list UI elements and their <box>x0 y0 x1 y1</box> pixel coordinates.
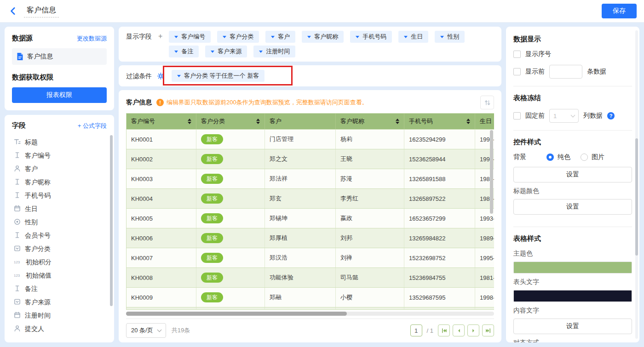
display-field-chip[interactable]: 注册时间 <box>253 46 295 57</box>
display-field-chip[interactable]: 客户 <box>265 31 295 43</box>
display-field-chip[interactable]: 客户来源 <box>205 46 247 57</box>
field-label: 初始储值 <box>26 272 52 280</box>
field-item-customer[interactable]: 客户 <box>12 162 107 176</box>
display-field-chip[interactable]: 生日 <box>398 31 428 43</box>
datasource-item[interactable]: 客户信息 <box>12 48 107 65</box>
cell-birthday: 1989-11 <box>475 228 494 248</box>
display-field-chip[interactable]: 客户编号 <box>169 31 211 43</box>
cell-phone: 13529687595 <box>404 288 475 307</box>
table-row[interactable]: KH0001 新客 门店管理 杨莉 16235294299 1998-05 <box>126 129 494 149</box>
display-field-chip[interactable]: 手机号码 <box>350 31 392 43</box>
next-page-button[interactable] <box>467 324 479 336</box>
field-item-init-value[interactable]: 123 初始储值 <box>12 269 107 282</box>
display-field-chip[interactable]: 客户分类 <box>217 31 259 43</box>
cell-customer: 功能体验 <box>265 268 336 287</box>
save-button[interactable]: 保存 <box>602 4 637 18</box>
solid-color-radio-option[interactable]: 纯色 <box>546 153 570 161</box>
category-badge: 新客 <box>201 174 223 184</box>
table-row[interactable]: KH0007 新客 郑汉浩 刘禅 15232698752 1995-01 <box>126 248 494 267</box>
cell-nickname: 嬴政 <box>336 209 404 228</box>
column-header-category[interactable]: 客户分类 <box>196 114 265 129</box>
add-display-field-button[interactable]: + <box>156 31 164 57</box>
category-badge: 新客 <box>201 213 223 223</box>
custom-sort-button[interactable] <box>480 96 494 109</box>
row-limit-input[interactable] <box>549 65 582 79</box>
filter-condition-chip[interactable]: 客户分类 等于任意一个 新客 <box>172 70 264 82</box>
field-item-nickname[interactable]: 客户昵称 <box>12 176 107 189</box>
page-number-input[interactable]: 1 <box>410 324 422 336</box>
field-item-submitter[interactable]: 提交人 <box>12 322 107 336</box>
table-vertical-scrollbar[interactable] <box>490 130 493 214</box>
table-row[interactable]: KH0006 新客 郑厚植 刘邦 13265984822 1989-11 <box>126 228 494 248</box>
first-page-button[interactable] <box>438 324 450 336</box>
column-header-nickname[interactable]: 客户昵称 <box>336 114 404 129</box>
back-icon[interactable] <box>9 7 17 15</box>
add-formula-field-link[interactable]: + 公式字段 <box>78 122 107 130</box>
field-item-init-points[interactable]: 123 初始积分 <box>12 256 107 269</box>
column-header-customer[interactable]: 客户 <box>265 114 336 129</box>
gear-icon[interactable] <box>157 73 164 80</box>
field-item-customer-id[interactable]: 客户编号 <box>12 149 107 162</box>
background-set-button[interactable]: 设置 <box>513 167 632 182</box>
table-row[interactable]: KH0005 新客 郑锡坤 嬴政 16523657299 1993-08 <box>126 208 494 228</box>
field-item-title[interactable]: 标题 <box>12 136 107 149</box>
field-item-register-time[interactable]: 注册时间 <box>12 309 107 322</box>
field-item-category[interactable]: 客户分类 <box>12 242 107 256</box>
table-row[interactable]: KH0009 新客 郑融 小樱 13529687595 1998-05 <box>126 287 494 307</box>
radio-selected-icon[interactable] <box>546 154 554 161</box>
change-datasource-link[interactable]: 更改数据源 <box>77 34 107 43</box>
fields-scrollbar[interactable] <box>110 135 113 306</box>
display-field-chip[interactable]: 性别 <box>435 31 465 43</box>
image-radio-option[interactable]: 图片 <box>581 153 604 161</box>
header-text-color-swatch[interactable] <box>513 290 632 302</box>
cell-nickname: 小樱 <box>336 288 404 307</box>
cell-customer-id: KH0001 <box>126 130 196 149</box>
field-item-phone[interactable]: 手机号码 <box>12 189 107 202</box>
data-display-title: 数据显示 <box>513 35 632 44</box>
freeze-count-select[interactable]: 1 <box>549 109 579 123</box>
sort-carets-icon[interactable] <box>256 119 260 124</box>
field-item-birthday[interactable]: 生日 <box>12 202 107 216</box>
background-label: 背景 <box>513 153 546 161</box>
column-header-phone[interactable]: 手机号码 <box>404 114 475 129</box>
report-permission-button[interactable]: 报表权限 <box>12 87 107 103</box>
cell-customer: 郑法祥 <box>265 169 336 188</box>
field-item-remark[interactable]: 备注 <box>12 282 107 296</box>
cell-customer-id: KH0007 <box>126 248 196 267</box>
help-icon[interactable]: ? <box>607 112 615 119</box>
content-text-set-button[interactable]: 设置 <box>513 319 632 334</box>
sort-carets-icon[interactable] <box>396 119 399 124</box>
last-page-button[interactable] <box>482 324 494 336</box>
field-label: 提交人 <box>25 325 44 333</box>
field-item-gender[interactable]: 性别 <box>12 216 107 229</box>
table-row-partial[interactable]: 新客 <box>126 307 494 310</box>
freeze-columns-checkbox[interactable] <box>513 112 521 119</box>
page-size-select[interactable]: 20 条/页 <box>126 323 166 338</box>
cell-birthday <box>475 307 494 310</box>
table-row[interactable]: KH0004 新客 郑玄 李秀红 13265897522 1981-06 <box>126 188 494 208</box>
show-first-checkbox[interactable] <box>513 68 521 75</box>
cell-customer-id: KH0006 <box>126 228 196 248</box>
radio-unselected-icon[interactable] <box>581 154 588 161</box>
theme-color-swatch[interactable] <box>513 262 632 273</box>
page-title[interactable]: 客户信息 <box>24 5 59 17</box>
scrollbar-thumb[interactable] <box>126 312 347 316</box>
previous-page-button[interactable] <box>453 324 465 336</box>
table-row[interactable]: KH0008 新客 功能体验 司马懿 15236984755 1981-06 <box>126 267 494 287</box>
field-item-member-card[interactable]: 会员卡号 <box>12 229 107 242</box>
show-index-checkbox[interactable] <box>513 51 521 58</box>
field-item-source[interactable]: 客户来源 <box>12 296 107 309</box>
display-field-chip[interactable]: 客户昵称 <box>302 31 344 43</box>
sort-carets-icon[interactable] <box>466 119 470 124</box>
column-header-customer-id[interactable]: 客户编号 <box>126 114 196 129</box>
sort-carets-icon[interactable] <box>188 119 191 124</box>
column-header-birthday[interactable]: 生日 <box>475 114 494 129</box>
fields-title: 字段 <box>12 121 26 130</box>
svg-text:123: 123 <box>14 273 20 277</box>
title-color-set-button[interactable]: 设置 <box>513 199 632 215</box>
table-horizontal-scrollbar[interactable] <box>126 312 494 316</box>
settings-scrollbar[interactable] <box>635 138 638 256</box>
display-field-chip[interactable]: 备注 <box>169 46 199 57</box>
table-row[interactable]: KH0003 新客 郑法祥 苏漫 13265891588 1989-11 <box>126 169 494 188</box>
table-row[interactable]: KH0002 新客 郑之文 王晓 15236258944 1993-08 <box>126 149 494 169</box>
